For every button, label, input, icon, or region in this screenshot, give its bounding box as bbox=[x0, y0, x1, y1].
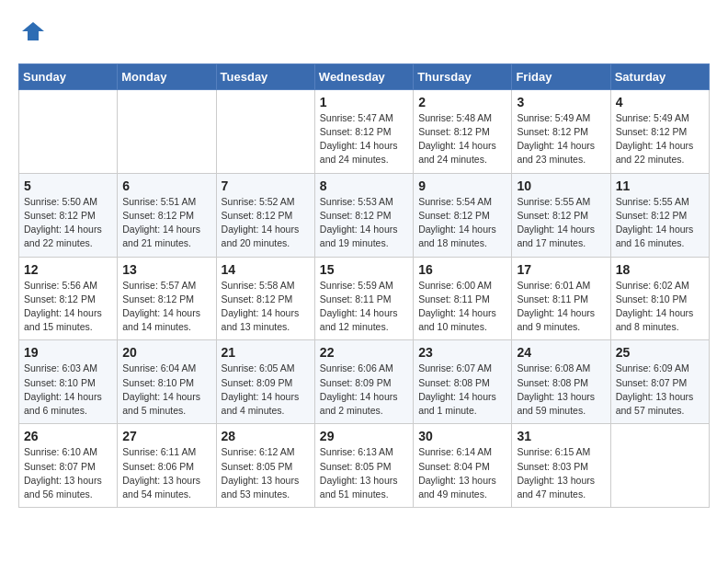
day-info: Sunrise: 5:55 AM Sunset: 8:12 PM Dayligh… bbox=[517, 195, 605, 251]
calendar-cell bbox=[610, 424, 709, 508]
day-info: Sunrise: 6:03 AM Sunset: 8:10 PM Dayligh… bbox=[24, 362, 112, 418]
calendar-cell: 14Sunrise: 5:58 AM Sunset: 8:12 PM Dayli… bbox=[216, 257, 314, 340]
day-number: 16 bbox=[418, 262, 506, 277]
calendar-cell: 13Sunrise: 5:57 AM Sunset: 8:12 PM Dayli… bbox=[118, 257, 216, 340]
calendar-cell: 18Sunrise: 6:02 AM Sunset: 8:10 PM Dayli… bbox=[610, 257, 709, 340]
calendar-cell: 7Sunrise: 5:52 AM Sunset: 8:12 PM Daylig… bbox=[216, 173, 314, 257]
svg-marker-0 bbox=[22, 22, 44, 40]
weekday-header-row: SundayMondayTuesdayWednesdayThursdayFrid… bbox=[19, 63, 710, 89]
day-info: Sunrise: 5:56 AM Sunset: 8:12 PM Dayligh… bbox=[24, 279, 112, 335]
calendar-cell bbox=[19, 89, 118, 173]
day-info: Sunrise: 6:02 AM Sunset: 8:10 PM Dayligh… bbox=[616, 279, 704, 335]
day-info: Sunrise: 6:13 AM Sunset: 8:05 PM Dayligh… bbox=[320, 445, 408, 501]
logo-icon bbox=[20, 18, 46, 44]
day-number: 18 bbox=[616, 262, 704, 277]
day-info: Sunrise: 5:59 AM Sunset: 8:11 PM Dayligh… bbox=[320, 279, 408, 335]
day-number: 27 bbox=[122, 429, 210, 443]
day-info: Sunrise: 5:49 AM Sunset: 8:12 PM Dayligh… bbox=[616, 111, 704, 167]
day-info: Sunrise: 5:57 AM Sunset: 8:12 PM Dayligh… bbox=[122, 279, 210, 335]
day-info: Sunrise: 5:47 AM Sunset: 8:12 PM Dayligh… bbox=[320, 111, 408, 167]
day-info: Sunrise: 5:51 AM Sunset: 8:12 PM Dayligh… bbox=[122, 195, 210, 251]
day-info: Sunrise: 5:50 AM Sunset: 8:12 PM Dayligh… bbox=[24, 195, 112, 251]
calendar-cell: 9Sunrise: 5:54 AM Sunset: 8:12 PM Daylig… bbox=[414, 173, 512, 257]
day-number: 10 bbox=[517, 178, 605, 193]
calendar-cell: 24Sunrise: 6:08 AM Sunset: 8:08 PM Dayli… bbox=[512, 340, 610, 424]
day-info: Sunrise: 5:48 AM Sunset: 8:12 PM Dayligh… bbox=[418, 111, 506, 167]
calendar-cell bbox=[216, 89, 314, 173]
weekday-header-monday: Monday bbox=[118, 63, 216, 89]
calendar-cell: 6Sunrise: 5:51 AM Sunset: 8:12 PM Daylig… bbox=[118, 173, 216, 257]
calendar-cell: 8Sunrise: 5:53 AM Sunset: 8:12 PM Daylig… bbox=[314, 173, 413, 257]
calendar-cell: 12Sunrise: 5:56 AM Sunset: 8:12 PM Dayli… bbox=[19, 257, 118, 340]
calendar-cell: 3Sunrise: 5:49 AM Sunset: 8:12 PM Daylig… bbox=[512, 89, 610, 173]
day-number: 11 bbox=[616, 178, 704, 193]
day-number: 15 bbox=[320, 262, 408, 277]
calendar-cell: 1Sunrise: 5:47 AM Sunset: 8:12 PM Daylig… bbox=[314, 89, 413, 173]
calendar-cell: 27Sunrise: 6:11 AM Sunset: 8:06 PM Dayli… bbox=[118, 424, 216, 508]
calendar-cell: 2Sunrise: 5:48 AM Sunset: 8:12 PM Daylig… bbox=[414, 89, 512, 173]
day-number: 24 bbox=[517, 345, 605, 360]
calendar-cell: 25Sunrise: 6:09 AM Sunset: 8:07 PM Dayli… bbox=[610, 340, 709, 424]
day-info: Sunrise: 6:06 AM Sunset: 8:09 PM Dayligh… bbox=[320, 362, 408, 418]
day-number: 26 bbox=[24, 429, 112, 443]
day-number: 14 bbox=[222, 262, 310, 277]
calendar-cell: 30Sunrise: 6:14 AM Sunset: 8:04 PM Dayli… bbox=[414, 424, 512, 508]
calendar-cell: 26Sunrise: 6:10 AM Sunset: 8:07 PM Dayli… bbox=[19, 424, 118, 508]
calendar-table: SundayMondayTuesdayWednesdayThursdayFrid… bbox=[18, 63, 710, 508]
calendar-week-row: 26Sunrise: 6:10 AM Sunset: 8:07 PM Dayli… bbox=[19, 424, 710, 508]
calendar-week-row: 5Sunrise: 5:50 AM Sunset: 8:12 PM Daylig… bbox=[19, 173, 710, 257]
day-info: Sunrise: 5:52 AM Sunset: 8:12 PM Dayligh… bbox=[222, 195, 310, 251]
day-info: Sunrise: 6:12 AM Sunset: 8:05 PM Dayligh… bbox=[222, 445, 310, 501]
weekday-header-sunday: Sunday bbox=[19, 63, 118, 89]
weekday-header-friday: Friday bbox=[512, 63, 610, 89]
day-number: 31 bbox=[517, 429, 605, 443]
day-number: 12 bbox=[24, 262, 112, 277]
calendar-cell: 22Sunrise: 6:06 AM Sunset: 8:09 PM Dayli… bbox=[314, 340, 413, 424]
day-number: 2 bbox=[418, 95, 506, 109]
day-number: 20 bbox=[122, 345, 210, 360]
day-number: 7 bbox=[222, 178, 310, 193]
calendar-cell: 10Sunrise: 5:55 AM Sunset: 8:12 PM Dayli… bbox=[512, 173, 610, 257]
day-number: 17 bbox=[517, 262, 605, 277]
day-number: 30 bbox=[418, 429, 506, 443]
calendar-cell bbox=[118, 89, 216, 173]
day-number: 13 bbox=[122, 262, 210, 277]
page-header bbox=[18, 18, 710, 49]
calendar-cell: 15Sunrise: 5:59 AM Sunset: 8:11 PM Dayli… bbox=[314, 257, 413, 340]
calendar-cell: 19Sunrise: 6:03 AM Sunset: 8:10 PM Dayli… bbox=[19, 340, 118, 424]
calendar-cell: 21Sunrise: 6:05 AM Sunset: 8:09 PM Dayli… bbox=[216, 340, 314, 424]
day-info: Sunrise: 5:54 AM Sunset: 8:12 PM Dayligh… bbox=[418, 195, 506, 251]
day-info: Sunrise: 6:01 AM Sunset: 8:11 PM Dayligh… bbox=[517, 279, 605, 335]
day-info: Sunrise: 6:10 AM Sunset: 8:07 PM Dayligh… bbox=[24, 445, 112, 501]
day-number: 28 bbox=[222, 429, 310, 443]
day-number: 3 bbox=[517, 95, 605, 109]
day-number: 4 bbox=[616, 95, 704, 109]
calendar-cell: 28Sunrise: 6:12 AM Sunset: 8:05 PM Dayli… bbox=[216, 424, 314, 508]
calendar-cell: 31Sunrise: 6:15 AM Sunset: 8:03 PM Dayli… bbox=[512, 424, 610, 508]
day-info: Sunrise: 6:09 AM Sunset: 8:07 PM Dayligh… bbox=[616, 362, 704, 418]
day-number: 19 bbox=[24, 345, 112, 360]
calendar-cell: 4Sunrise: 5:49 AM Sunset: 8:12 PM Daylig… bbox=[610, 89, 709, 173]
calendar-cell: 5Sunrise: 5:50 AM Sunset: 8:12 PM Daylig… bbox=[19, 173, 118, 257]
day-info: Sunrise: 6:11 AM Sunset: 8:06 PM Dayligh… bbox=[122, 445, 210, 501]
weekday-header-thursday: Thursday bbox=[414, 63, 512, 89]
day-number: 23 bbox=[418, 345, 506, 360]
day-number: 25 bbox=[616, 345, 704, 360]
weekday-header-wednesday: Wednesday bbox=[314, 63, 413, 89]
day-info: Sunrise: 6:00 AM Sunset: 8:11 PM Dayligh… bbox=[418, 279, 506, 335]
logo bbox=[18, 18, 46, 49]
day-number: 29 bbox=[320, 429, 408, 443]
day-number: 21 bbox=[222, 345, 310, 360]
calendar-cell: 16Sunrise: 6:00 AM Sunset: 8:11 PM Dayli… bbox=[414, 257, 512, 340]
calendar-week-row: 12Sunrise: 5:56 AM Sunset: 8:12 PM Dayli… bbox=[19, 257, 710, 340]
weekday-header-tuesday: Tuesday bbox=[216, 63, 314, 89]
calendar-cell: 11Sunrise: 5:55 AM Sunset: 8:12 PM Dayli… bbox=[610, 173, 709, 257]
day-number: 9 bbox=[418, 178, 506, 193]
day-info: Sunrise: 6:15 AM Sunset: 8:03 PM Dayligh… bbox=[517, 445, 605, 501]
day-info: Sunrise: 6:14 AM Sunset: 8:04 PM Dayligh… bbox=[418, 445, 506, 501]
day-number: 1 bbox=[320, 95, 408, 109]
day-number: 6 bbox=[122, 178, 210, 193]
calendar-cell: 29Sunrise: 6:13 AM Sunset: 8:05 PM Dayli… bbox=[314, 424, 413, 508]
calendar-week-row: 19Sunrise: 6:03 AM Sunset: 8:10 PM Dayli… bbox=[19, 340, 710, 424]
day-info: Sunrise: 6:04 AM Sunset: 8:10 PM Dayligh… bbox=[122, 362, 210, 418]
